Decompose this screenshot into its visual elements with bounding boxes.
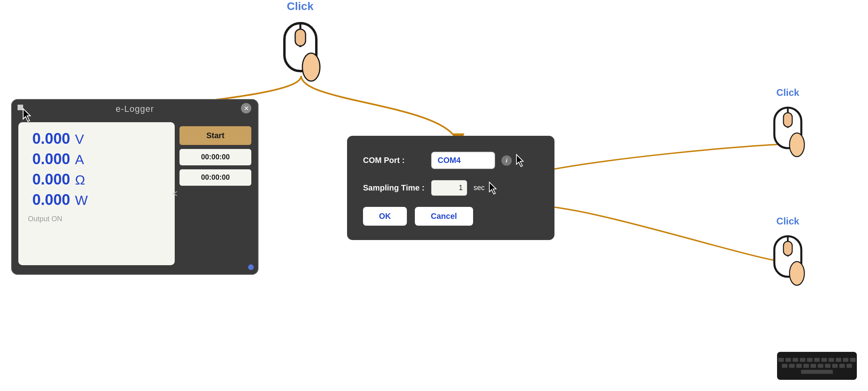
sampling-time-label: Sampling Time : [363, 183, 425, 193]
com-port-label: COM Port : [363, 156, 425, 165]
power-unit: W [75, 193, 88, 208]
elogger-readings-panel: 0.000 V 0.000 A 0.000 Ω 0.000 W Output O… [18, 122, 175, 265]
ok-button[interactable]: OK [363, 207, 407, 226]
svg-rect-14 [783, 241, 792, 256]
elogger-titlebar: e-Logger ✕ [12, 100, 258, 118]
svg-marker-5 [23, 109, 30, 121]
svg-rect-3 [295, 29, 306, 46]
com-info-icon[interactable]: i [501, 155, 512, 166]
sec-unit-label: sec [473, 184, 485, 192]
svg-rect-10 [783, 113, 792, 127]
chevron-icon: < [172, 189, 178, 199]
svg-point-15 [789, 262, 804, 285]
elogger-body: 0.000 V 0.000 A 0.000 Ω 0.000 W Output O… [12, 118, 258, 269]
cancel-button[interactable]: Cancel [415, 207, 473, 226]
sampling-time-input[interactable] [431, 180, 467, 196]
elogger-dot-bottom-right [248, 264, 254, 270]
com-port-input[interactable]: COM4 [431, 152, 495, 169]
countdown-time-display: 00:00:00 [180, 169, 251, 186]
current-value: 0.000 [26, 151, 70, 168]
current-unit: A [75, 152, 84, 167]
right-top-click-label: Click [766, 87, 810, 98]
svg-point-11 [789, 133, 804, 157]
right-bottom-mouse-icon [766, 229, 810, 287]
right-top-mouse-icon [766, 101, 810, 159]
top-click-instruction: Click [247, 0, 353, 85]
resistance-unit: Ω [75, 172, 85, 188]
voltage-row: 0.000 V [26, 130, 167, 147]
com-port-row: COM Port : COM4 i [363, 152, 539, 169]
svg-point-4 [302, 53, 320, 81]
current-row: 0.000 A [26, 151, 167, 168]
right-top-click-instruction: Click [766, 87, 810, 160]
keyboard-icon [777, 352, 857, 380]
elogger-title: e-Logger [116, 104, 154, 114]
voltage-unit: V [75, 131, 84, 147]
sampling-time-row: Sampling Time : sec [363, 180, 539, 196]
resistance-row: 0.000 Ω [26, 171, 167, 188]
elapsed-time-display: 00:00:00 [180, 149, 251, 165]
power-value: 0.000 [26, 191, 70, 208]
power-row: 0.000 W [26, 191, 167, 208]
elogger-close-button[interactable]: ✕ [241, 103, 251, 113]
svg-marker-6 [517, 155, 523, 167]
output-status-label: Output ON [26, 215, 167, 223]
dialog-buttons: OK Cancel [363, 207, 539, 226]
cursor-over-com [515, 154, 526, 167]
cursor-pointer [22, 108, 34, 124]
resistance-value: 0.000 [26, 171, 70, 188]
right-bottom-click-instruction: Click [766, 216, 810, 289]
start-button[interactable]: Start [180, 126, 251, 145]
elogger-controls-panel: < Start 00:00:00 00:00:00 [180, 122, 251, 265]
right-bottom-click-label: Click [766, 216, 810, 227]
voltage-value: 0.000 [26, 130, 70, 147]
cursor-over-sampling [488, 181, 499, 195]
top-mouse-icon [274, 15, 326, 83]
elogger-window: e-Logger ✕ 0.000 V 0.000 A 0.000 Ω 0.000… [11, 99, 258, 275]
com-port-dialog: COM Port : COM4 i Sampling Time : sec OK… [347, 136, 554, 240]
svg-marker-7 [489, 182, 496, 194]
top-click-label: Click [247, 0, 353, 13]
